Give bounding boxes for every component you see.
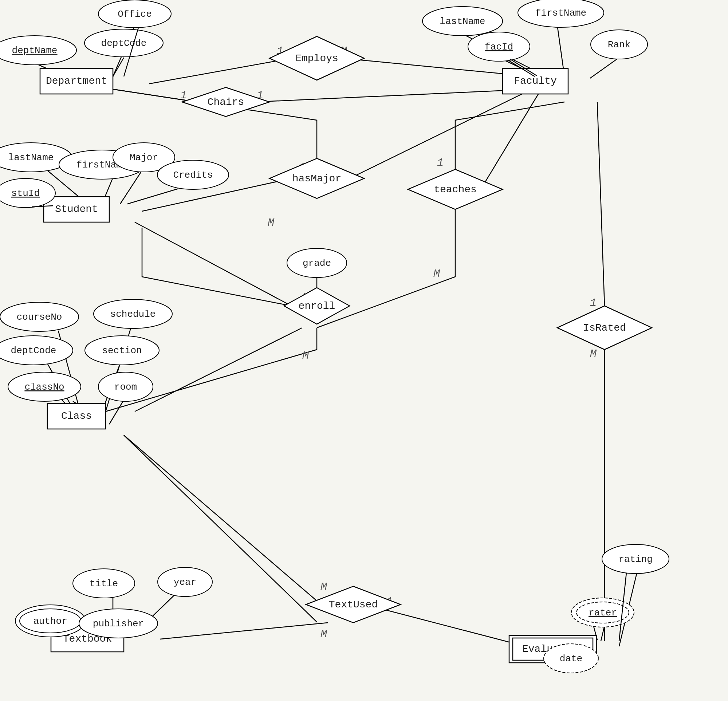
- rel-teaches-label: teaches: [434, 184, 477, 195]
- svg-line-3: [149, 58, 291, 84]
- card-israted-eval: M: [590, 348, 597, 360]
- er-diagram: 1 M 1 1 1 M 1 M M M M M 1 1 M Employs Ch…: [0, 0, 728, 701]
- attr-classno-label: classNo: [25, 382, 64, 393]
- svg-line-28: [455, 102, 565, 120]
- card-israted-fac: 1: [590, 297, 597, 309]
- attr-deptname-label: deptName: [12, 45, 58, 56]
- attr-schedule-label: schedule: [110, 309, 156, 320]
- svg-line-48: [601, 626, 605, 641]
- attr-grade-label: grade: [303, 258, 331, 269]
- attr-date-label: date: [560, 653, 582, 664]
- svg-line-5: [255, 89, 532, 102]
- card-chairs-dept: 1: [180, 89, 187, 101]
- rel-textused-label: TextUsed: [329, 599, 378, 610]
- attr-major-label: Major: [130, 152, 158, 163]
- attr-rating-label: rating: [618, 554, 653, 565]
- card-teaches-fac: 1: [437, 157, 443, 169]
- rel-hasmajor-label: hasMajor: [292, 173, 341, 184]
- attr-facid-label: facId: [485, 42, 513, 52]
- attr-credits-label: Credits: [173, 170, 213, 181]
- attr-firstname-fac-label: firstName: [535, 8, 586, 19]
- attr-rank-label: Rank: [608, 39, 630, 50]
- svg-line-39: [597, 102, 605, 306]
- svg-line-38: [124, 435, 317, 601]
- svg-line-2: [113, 58, 124, 77]
- attr-courseno-label: courseNo: [17, 312, 62, 323]
- rel-employs-label: Employs: [295, 53, 338, 64]
- attr-deptcode-class-label: deptCode: [11, 345, 56, 356]
- attr-lastname-fac-label: lastName: [440, 16, 485, 27]
- card-textused-class: M: [321, 581, 327, 593]
- attr-rater-label: rater: [588, 607, 617, 618]
- rel-enroll-label: enroll: [299, 301, 335, 312]
- attr-deptcode-label: deptCode: [101, 38, 147, 49]
- attr-office-label: Office: [118, 9, 152, 20]
- attr-year-label: year: [174, 577, 196, 588]
- svg-line-17: [127, 189, 178, 204]
- card-hasmajor-stu: M: [268, 217, 274, 229]
- attr-room-label: room: [114, 382, 137, 393]
- attr-section-label: section: [102, 345, 142, 356]
- entity-faculty-label: Faculty: [514, 75, 557, 87]
- entity-class-label: Class: [61, 410, 92, 422]
- entity-student-label: Student: [55, 204, 98, 215]
- card-enroll-class: M: [302, 350, 309, 362]
- svg-line-21: [135, 222, 291, 306]
- attr-lastname-stu-label: lastName: [9, 152, 54, 163]
- svg-line-55: [124, 435, 317, 622]
- card-teaches-class: M: [433, 267, 440, 280]
- svg-line-36: [109, 400, 124, 424]
- rel-israted-label: IsRated: [583, 322, 626, 334]
- attr-author-label: author: [33, 616, 67, 627]
- attr-publisher-label: publisher: [93, 618, 144, 629]
- svg-line-10: [590, 58, 619, 78]
- svg-line-41: [160, 623, 328, 639]
- card-textused-text: M: [321, 628, 327, 640]
- entity-department-label: Department: [46, 75, 107, 87]
- attr-stuid-label: stuId: [11, 188, 40, 199]
- rel-chairs-label: Chairs: [208, 97, 244, 108]
- svg-line-37: [135, 328, 302, 412]
- attr-title-label: title: [90, 578, 118, 589]
- svg-line-23: [142, 277, 291, 306]
